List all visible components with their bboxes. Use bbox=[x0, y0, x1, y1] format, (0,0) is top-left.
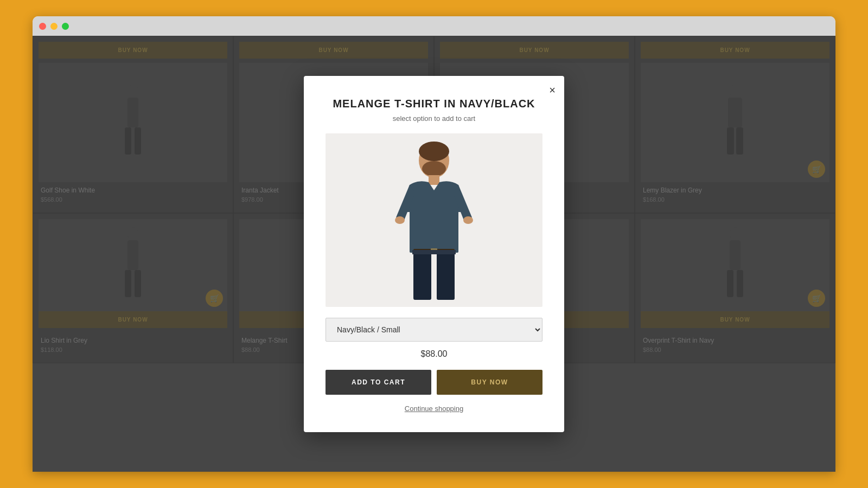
modal-product-image bbox=[326, 133, 542, 307]
modal-price: $88.00 bbox=[326, 349, 542, 359]
page-background: BUY NOW Golf Shoe in White $568.00 BUY N… bbox=[33, 36, 835, 472]
add-to-cart-button[interactable]: ADD TO CART bbox=[326, 370, 431, 395]
svg-point-38 bbox=[395, 216, 405, 224]
modal-close-button[interactable]: × bbox=[549, 85, 556, 95]
minimize-button-icon[interactable] bbox=[50, 23, 58, 30]
modal-subtitle: select option to add to cart bbox=[326, 114, 542, 123]
svg-rect-36 bbox=[429, 175, 439, 185]
modal-title: MELANGE T-SHIRT IN NAVY/BLACK bbox=[326, 98, 542, 110]
continue-shopping-link[interactable]: Continue shopping bbox=[326, 404, 542, 413]
svg-rect-44 bbox=[412, 250, 456, 254]
variant-select[interactable]: Navy/Black / SmallNavy/Black / MediumNav… bbox=[326, 318, 542, 342]
browser-window: BUY NOW Golf Shoe in White $568.00 BUY N… bbox=[33, 16, 835, 472]
maximize-button-icon[interactable] bbox=[62, 23, 69, 30]
close-button-icon[interactable] bbox=[39, 23, 46, 30]
product-modal: × MELANGE T-SHIRT IN NAVY/BLACK select o… bbox=[304, 76, 564, 432]
buy-now-button[interactable]: BUY NOW bbox=[437, 370, 542, 395]
svg-point-35 bbox=[422, 161, 446, 176]
svg-rect-37 bbox=[410, 209, 458, 253]
svg-point-39 bbox=[463, 216, 473, 224]
svg-rect-41 bbox=[437, 251, 455, 300]
svg-point-34 bbox=[419, 142, 449, 161]
browser-titlebar bbox=[33, 16, 835, 36]
modal-action-buttons: ADD TO CART BUY NOW bbox=[326, 370, 542, 395]
modal-overlay: × MELANGE T-SHIRT IN NAVY/BLACK select o… bbox=[33, 36, 835, 472]
svg-rect-40 bbox=[413, 251, 431, 300]
